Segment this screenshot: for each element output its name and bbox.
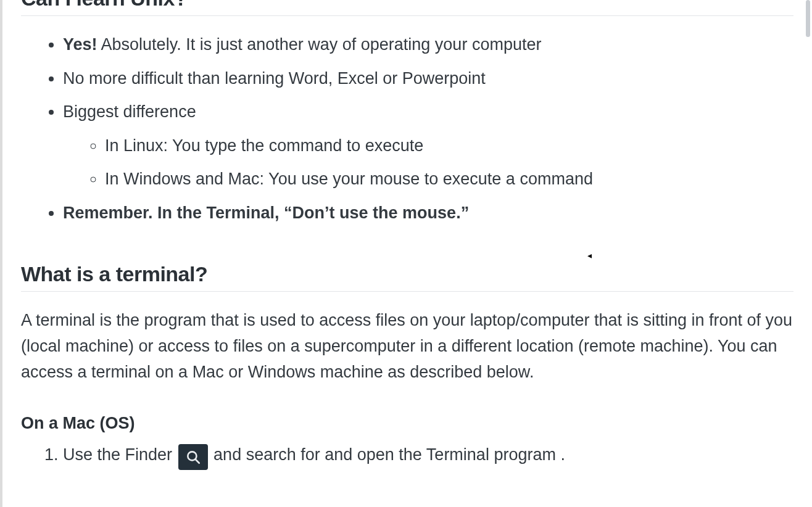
scrollbar-thumb[interactable] — [806, 0, 810, 37]
list-item-text: Biggest difference — [63, 102, 196, 121]
paragraph-terminal-definition: A terminal is the program that is used t… — [21, 308, 793, 385]
list-item: Yes! Absolutely. It is just another way … — [63, 32, 793, 57]
divider — [21, 15, 793, 16]
mouse-cursor: ◂ — [587, 250, 592, 260]
emphasis-yes: Yes! — [63, 35, 97, 54]
ordered-steps: Use the Finder and search for and open t… — [21, 442, 793, 470]
list-item: In Windows and Mac: You use your mouse t… — [105, 167, 793, 192]
search-icon — [178, 444, 208, 470]
divider — [21, 291, 793, 292]
document-page: Can I learn Unix? Yes! Absolutely. It is… — [0, 0, 812, 507]
list-item: No more difficult than learning Word, Ex… — [63, 66, 793, 91]
heading-what-is-a-terminal: What is a terminal? — [21, 262, 793, 286]
heading-on-a-mac: On a Mac (OS) — [21, 414, 793, 433]
list-item: Remember. In the Terminal, “Don’t use th… — [63, 200, 793, 226]
list-item: In Linux: You type the command to execut… — [105, 133, 793, 159]
svg-line-1 — [195, 459, 199, 463]
sub-list: In Linux: You type the command to execut… — [63, 133, 793, 192]
list-item: Use the Finder and search for and open t… — [63, 442, 793, 470]
list-item: Biggest difference In Linux: You type th… — [63, 99, 793, 192]
step-text-post: and search for and open the Terminal pro… — [209, 445, 565, 464]
bullet-list: Yes! Absolutely. It is just another way … — [21, 32, 793, 225]
heading-can-i-learn-unix: Can I learn Unix? — [21, 0, 793, 10]
list-item-text: Absolutely. It is just another way of op… — [97, 35, 542, 54]
step-text-pre: Use the Finder — [63, 445, 177, 464]
emphasis-remember: Remember. In the Terminal, “Don’t use th… — [63, 204, 469, 222]
